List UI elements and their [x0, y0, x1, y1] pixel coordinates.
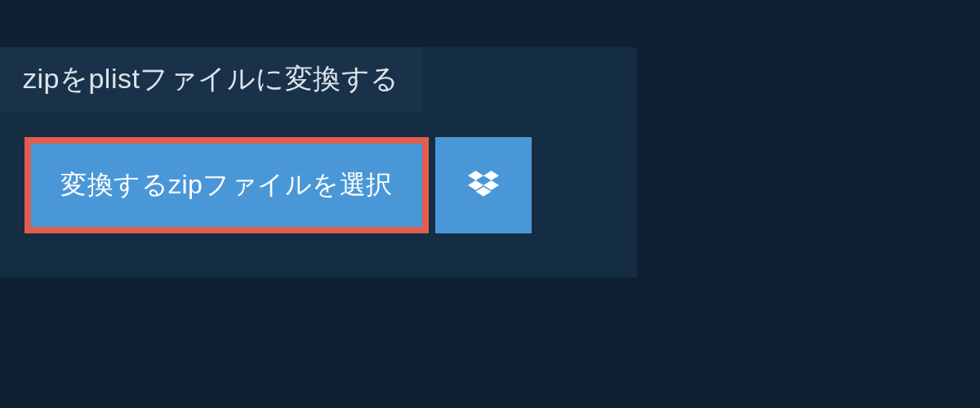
conversion-panel: zipをplistファイルに変換する 変換するzipファイルを選択	[0, 47, 637, 277]
dropbox-button[interactable]	[435, 137, 532, 233]
select-file-label: 変換するzipファイルを選択	[60, 167, 393, 203]
page-title: zipをplistファイルに変換する	[23, 63, 399, 94]
select-file-button[interactable]: 変換するzipファイルを選択	[24, 137, 429, 233]
dropbox-icon	[468, 171, 499, 200]
title-bar: zipをplistファイルに変換する	[0, 47, 422, 113]
button-row: 変換するzipファイルを選択	[24, 137, 637, 233]
